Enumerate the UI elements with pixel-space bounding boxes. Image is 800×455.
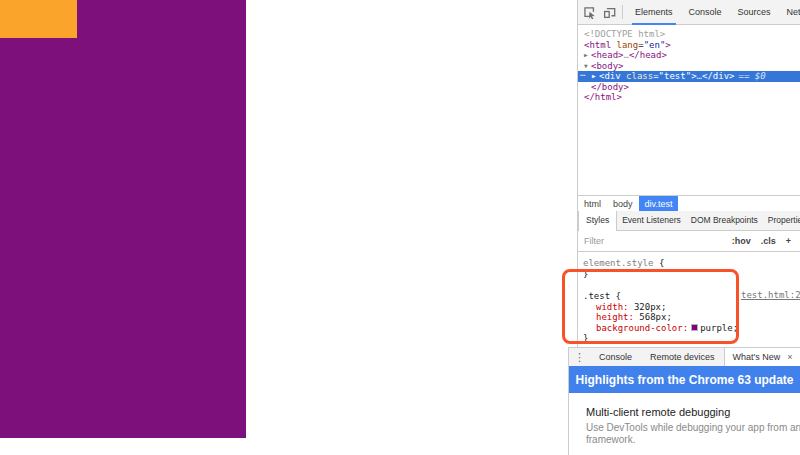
css-property-row[interactable]: background-color:purple;: [583, 323, 800, 334]
toolbar-divider: [622, 5, 623, 19]
css-property-name[interactable]: height:: [596, 312, 634, 322]
expand-arrow-icon[interactable]: ▶: [584, 50, 591, 61]
tab-whats-new[interactable]: What's New ×: [724, 348, 800, 366]
dom-row-doctype[interactable]: <!DOCTYPE html>: [578, 29, 800, 40]
dom-row-body-open[interactable]: ▼<body>: [578, 61, 800, 72]
banner-title: Highlights from the Chrome 63 update: [575, 373, 793, 387]
tab-styles[interactable]: Styles: [578, 211, 617, 231]
css-property-value[interactable]: 568px;: [639, 312, 672, 322]
css-property-value[interactable]: purple;: [700, 323, 738, 333]
breadcrumb-item-div-test[interactable]: div.test: [639, 196, 679, 212]
css-property-row[interactable]: width: 320px;: [583, 302, 800, 313]
page-purple-div: [0, 0, 246, 438]
dom-row-div-test-selected[interactable]: …▶<div class="test">…</div>== $0: [578, 71, 800, 82]
dom-row-head[interactable]: ▶<head>…</head>: [578, 50, 800, 61]
tab-properties[interactable]: Properties: [763, 211, 800, 231]
whats-new-article: Multi-client remote debugging Use DevToo…: [569, 393, 800, 445]
css-property-name[interactable]: background-color:: [596, 323, 688, 333]
page-orange-div: [0, 0, 77, 38]
dom-row-html-open[interactable]: <html lang="en">: [578, 40, 800, 51]
dom-row-html-close[interactable]: </html>: [578, 92, 800, 103]
devtools-toolbar: Elements Console Sources Network: [578, 0, 800, 25]
class-toggle[interactable]: .cls: [761, 236, 776, 246]
dollar-zero-marker: == $0: [738, 71, 765, 81]
drawer-tab-bar: ⋮ Console Remote devices What's New ×: [569, 348, 800, 366]
breadcrumb-item-body[interactable]: body: [607, 196, 639, 212]
tab-drawer-console[interactable]: Console: [590, 352, 641, 362]
inspect-icon[interactable]: [581, 4, 598, 21]
tab-console[interactable]: Console: [681, 0, 730, 25]
article-heading: Multi-client remote debugging: [586, 406, 800, 418]
element-style-rule[interactable]: element.style {: [583, 258, 800, 269]
article-text: Use DevTools while debugging your app fr…: [586, 422, 800, 445]
stylesheet-source-link[interactable]: test.html:2: [741, 290, 800, 301]
styles-pane: element.style { } .test { width: 320px; …: [578, 252, 800, 347]
breadcrumb-item-html[interactable]: html: [578, 196, 607, 212]
doctype-text: <!DOCTYPE html>: [584, 29, 665, 39]
new-style-rule-button[interactable]: +: [786, 236, 791, 246]
css-property-row[interactable]: height: 568px;: [583, 312, 800, 323]
css-property-name[interactable]: width:: [596, 302, 629, 312]
styles-filter-bar: :hov .cls +: [578, 231, 800, 252]
devtools-panel: Elements Console Sources Network <!DOCTY…: [577, 0, 800, 347]
filter-input[interactable]: [578, 236, 732, 246]
expand-arrow-icon[interactable]: ▶: [592, 71, 599, 82]
sidebar-tab-bar: Styles Event Listeners DOM Breakpoints P…: [578, 211, 800, 231]
close-icon[interactable]: ×: [787, 352, 792, 362]
breadcrumb: html body div.test: [578, 195, 800, 211]
overflow-dots-icon: …: [580, 68, 585, 79]
pseudo-class-toggle[interactable]: :hov: [732, 236, 751, 246]
tab-elements[interactable]: Elements: [627, 0, 681, 25]
tab-dom-breakpoints[interactable]: DOM Breakpoints: [686, 211, 763, 231]
tab-event-listeners[interactable]: Event Listeners: [617, 211, 686, 231]
dom-row-body-close[interactable]: </body>: [578, 82, 800, 93]
css-property-value[interactable]: 320px;: [634, 302, 667, 312]
device-toolbar-icon[interactable]: [601, 4, 618, 21]
tab-sources[interactable]: Sources: [730, 0, 779, 25]
tab-network[interactable]: Network: [779, 0, 800, 25]
dom-tree: <!DOCTYPE html> <html lang="en"> ▶<head>…: [578, 25, 800, 195]
rule-selector[interactable]: .test: [583, 291, 610, 301]
kebab-menu-icon[interactable]: ⋮: [569, 348, 590, 366]
color-swatch[interactable]: [691, 324, 698, 331]
devtools-drawer: ⋮ Console Remote devices What's New × Hi…: [568, 347, 800, 455]
whats-new-banner: Highlights from the Chrome 63 update: [569, 366, 800, 393]
tab-remote-devices[interactable]: Remote devices: [641, 352, 724, 362]
